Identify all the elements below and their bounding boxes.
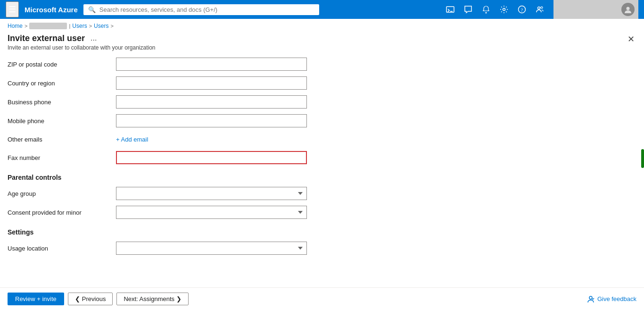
form-row-business-phone: Business phone	[8, 92, 636, 111]
feedback-person-icon	[587, 295, 594, 303]
app-logo: Microsoft Azure	[25, 6, 78, 14]
previous-arrow-icon: ❮	[75, 295, 80, 302]
form-row-mobile-phone: Mobile phone	[8, 111, 636, 130]
consent-control: Denied Granted NotRequired	[116, 206, 307, 219]
svg-point-8	[627, 7, 630, 10]
svg-point-9	[589, 296, 592, 299]
avatar	[621, 3, 635, 16]
give-feedback-button[interactable]: Give feedback	[587, 295, 636, 303]
next-label: Next: Assignments	[124, 295, 174, 302]
fax-label: Fax number	[8, 154, 116, 161]
parental-controls-heading: Parental controls	[8, 167, 636, 184]
age-group-select[interactable]: Minor NotAdult Adult	[116, 187, 307, 200]
svg-point-6	[538, 7, 540, 9]
breadcrumb: Home > | Users > Users >	[0, 19, 644, 31]
directory-icon[interactable]	[532, 2, 548, 17]
panel-subtitle: Invite an external user to collaborate w…	[8, 44, 156, 51]
breadcrumb-sep-3: >	[89, 23, 92, 29]
form-row-fax: Fax number	[8, 148, 636, 167]
usage-location-select[interactable]	[116, 242, 307, 255]
main-content: Home > | Users > Users > Invite external…	[0, 19, 644, 310]
business-phone-control	[116, 95, 307, 109]
next-arrow-icon: ❯	[176, 295, 182, 302]
settings-heading: Settings	[8, 222, 636, 239]
other-emails-control: + Add email	[116, 136, 307, 143]
form-row-age-group: Age group Minor NotAdult Adult	[8, 184, 636, 203]
topbar: ☰ Microsoft Azure 🔍 ?	[0, 0, 644, 19]
notifications-icon[interactable]	[478, 2, 494, 17]
hamburger-icon[interactable]: ☰	[6, 1, 19, 17]
cloud-shell-icon[interactable]	[442, 2, 458, 17]
age-group-label: Age group	[8, 190, 116, 197]
review-invite-button[interactable]: Review + invite	[8, 293, 64, 305]
feedback-icon[interactable]	[460, 2, 476, 17]
age-group-control: Minor NotAdult Adult	[116, 187, 307, 200]
previous-button[interactable]: ❮ Previous	[68, 293, 113, 305]
add-email-button[interactable]: + Add email	[116, 136, 148, 143]
svg-point-2	[486, 12, 487, 14]
next-assignments-button[interactable]: Next: Assignments ❯	[116, 293, 189, 305]
breadcrumb-sep-4: >	[110, 23, 113, 29]
country-label: Country or region	[8, 80, 116, 87]
scroll-indicator	[641, 149, 644, 168]
svg-point-3	[503, 8, 505, 11]
mobile-phone-input[interactable]	[116, 114, 307, 127]
panel-header: Invite external user ... Invite an exter…	[0, 31, 644, 55]
search-input[interactable]	[99, 6, 314, 13]
form-row-consent: Consent provided for minor Denied Grante…	[8, 203, 636, 222]
topbar-icons: ?	[442, 2, 548, 17]
ellipsis-button[interactable]: ...	[89, 33, 99, 43]
business-phone-label: Business phone	[8, 99, 116, 106]
user-section[interactable]	[553, 0, 638, 19]
previous-label: Previous	[82, 295, 106, 302]
other-emails-label: Other emails	[8, 136, 116, 143]
help-icon[interactable]: ?	[514, 2, 530, 17]
form-row-zip: ZIP or postal code	[8, 55, 636, 74]
panel-title-text: Invite external user	[8, 34, 85, 43]
form-row-other-emails: Other emails + Add email	[8, 130, 636, 148]
panel-title-area: Invite external user ... Invite an exter…	[8, 33, 156, 51]
country-control	[116, 76, 307, 90]
country-input[interactable]	[116, 76, 307, 90]
breadcrumb-sep-1: >	[25, 23, 27, 29]
business-phone-input[interactable]	[116, 95, 307, 109]
zip-control	[116, 58, 307, 71]
consent-select[interactable]: Denied Granted NotRequired	[116, 206, 307, 219]
form-row-usage-location: Usage location	[8, 239, 636, 258]
form-row-country: Country or region	[8, 74, 636, 92]
zip-label: ZIP or postal code	[8, 61, 116, 68]
breadcrumb-users-1[interactable]: Users	[72, 23, 87, 29]
panel-title-row: Invite external user ...	[8, 33, 156, 43]
svg-point-7	[541, 7, 543, 8]
svg-text:?: ?	[521, 8, 523, 13]
fax-input[interactable]	[116, 151, 307, 164]
give-feedback-label: Give feedback	[597, 295, 636, 302]
breadcrumb-tenant	[29, 23, 67, 29]
breadcrumb-sep-2: |	[69, 23, 70, 29]
usage-location-label: Usage location	[8, 245, 116, 252]
settings-icon[interactable]	[496, 2, 512, 17]
zip-input[interactable]	[116, 58, 307, 71]
breadcrumb-home[interactable]: Home	[8, 23, 23, 29]
mobile-phone-control	[116, 114, 307, 127]
panel-footer: Review + invite ❮ Previous Next: Assignm…	[0, 287, 644, 310]
search-icon: 🔍	[88, 6, 96, 13]
close-button[interactable]: ✕	[626, 33, 636, 45]
usage-location-control	[116, 242, 307, 255]
fax-control	[116, 151, 307, 164]
mobile-phone-label: Mobile phone	[8, 117, 116, 125]
form-scroll-area: ZIP or postal code Country or region Bus…	[0, 55, 644, 287]
search-bar: 🔍	[83, 4, 319, 15]
breadcrumb-users-2[interactable]: Users	[94, 23, 108, 29]
consent-label: Consent provided for minor	[8, 209, 116, 216]
